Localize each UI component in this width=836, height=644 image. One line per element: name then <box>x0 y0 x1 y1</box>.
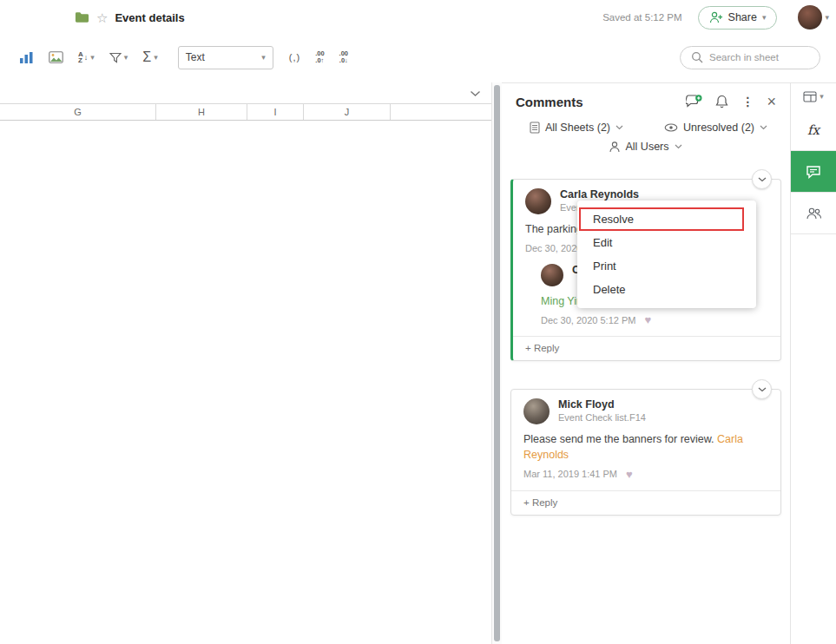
share-label: Share <box>728 11 757 23</box>
reply-button[interactable]: + Reply <box>513 336 780 360</box>
app-window: ☆ Event details Saved at 5:12 PM Share ▾… <box>0 0 836 644</box>
eye-icon <box>664 123 678 132</box>
comment-location: Event Check list.F14 <box>558 412 646 423</box>
collapse-formula-bar-button[interactable] <box>470 85 481 101</box>
avatar <box>541 264 563 286</box>
comment-author-row: Mick Floyd Event Check list.F14 <box>523 398 768 424</box>
comment-date-row: Dec 30, 2020 5:12 PM ♥ <box>541 314 768 325</box>
comments-filters-row2: All Users <box>502 134 790 153</box>
chevron-down-icon: ▾ <box>124 54 128 62</box>
user-avatar <box>798 5 822 30</box>
scrollbar-thumb[interactable] <box>494 85 500 641</box>
share-person-icon <box>709 11 723 23</box>
chevron-down-icon <box>615 125 623 130</box>
insert-chart-button[interactable] <box>16 44 37 70</box>
mention[interactable]: Ming Yin <box>541 295 583 307</box>
star-icon[interactable]: ☆ <box>96 11 108 24</box>
search-input[interactable] <box>709 52 805 62</box>
chart-icon <box>19 51 34 64</box>
comma-format-button[interactable]: (,) <box>286 44 304 70</box>
comments-icon <box>806 165 821 179</box>
format-select[interactable]: Text ▾ <box>178 46 273 69</box>
toolbar: AZ↓ ▾ ▾ Σ ▾ Text ▾ (,) .00.0↑ .00.0↓ <box>0 35 836 80</box>
user-avatar-button[interactable]: ▾ <box>798 5 829 30</box>
formula-panel-button[interactable]: fx <box>791 109 836 151</box>
chevron-down-icon: ▾ <box>261 54 266 62</box>
comments-panel-button[interactable] <box>791 151 836 193</box>
menu-item-label: Delete <box>593 283 626 296</box>
image-icon <box>49 51 63 63</box>
topbar-right: Saved at 5:12 PM Share ▾ ▾ <box>602 5 836 30</box>
topbar: ☆ Event details Saved at 5:12 PM Share ▾… <box>0 0 836 35</box>
view-options-button[interactable]: ▾ <box>791 83 836 109</box>
column-header[interactable] <box>391 104 491 120</box>
comments-panel-actions: ⋮ × <box>686 94 776 109</box>
sheet-search[interactable] <box>680 46 820 69</box>
menu-item-print[interactable]: Print <box>577 254 756 278</box>
people-icon <box>806 207 822 220</box>
sort-button[interactable]: AZ↓ ▾ <box>75 44 98 70</box>
menu-item-resolve[interactable]: Resolve <box>577 207 756 231</box>
chevron-down-icon: ▾ <box>820 93 824 101</box>
comment-text-main: Please send me the banners for review. <box>523 433 717 445</box>
column-header[interactable]: J <box>304 104 391 120</box>
menu-item-label: Print <box>593 260 616 273</box>
chevron-down-icon: ▾ <box>825 14 829 22</box>
column-header[interactable]: H <box>156 104 247 120</box>
column-header[interactable]: I <box>247 104 304 120</box>
collaborators-panel-button[interactable] <box>791 193 836 234</box>
comment-threads: Carla Reynolds Event Check list The park… <box>502 179 790 516</box>
share-button[interactable]: Share ▾ <box>698 6 778 30</box>
comment-thread[interactable]: Carla Reynolds Event Check list The park… <box>510 179 781 361</box>
collapse-thread-button[interactable] <box>752 169 772 189</box>
comment-date: Dec 30, 2020 <box>525 243 582 253</box>
folder-icon[interactable] <box>75 11 89 23</box>
decrease-decimal-button[interactable]: .00.0↓ <box>336 44 352 70</box>
filter-users[interactable]: All Users <box>609 141 681 153</box>
menu-item-delete[interactable]: Delete <box>577 278 756 301</box>
panel-menu-button[interactable]: ⋮ <box>741 95 754 108</box>
like-icon[interactable]: ♥ <box>626 469 633 480</box>
search-icon <box>691 51 703 63</box>
person-icon <box>609 141 620 153</box>
right-sidebar: ▾ fx <box>790 82 836 644</box>
new-comment-button[interactable] <box>686 95 702 108</box>
sigma-icon: Σ <box>142 50 151 64</box>
notifications-button[interactable] <box>715 95 728 108</box>
sheet-body[interactable] <box>0 121 502 607</box>
avatar <box>523 398 550 424</box>
column-header[interactable]: G <box>0 104 156 120</box>
author-name: Mick Floyd <box>558 398 646 411</box>
comment-text: Please send me the banners for review. C… <box>523 431 768 463</box>
chevron-down-icon: ▾ <box>90 54 95 62</box>
comma-format-icon: (,) <box>289 52 300 62</box>
comments-panel-header: Comments ⋮ × <box>502 83 790 113</box>
chevron-down-icon <box>675 144 682 149</box>
saved-status: Saved at 5:12 PM <box>602 12 681 23</box>
close-panel-button[interactable]: × <box>767 94 776 109</box>
filter-button[interactable]: ▾ <box>106 44 132 70</box>
insert-image-button[interactable] <box>45 44 67 70</box>
comments-panel: Comments ⋮ × All Sheets (2) <box>502 82 790 644</box>
increase-decimal-button[interactable]: .00.0↑ <box>312 44 327 70</box>
document-title: Event details <box>115 11 184 24</box>
menu-item-label: Resolve <box>593 213 634 226</box>
chevron-down-icon: ▾ <box>154 54 158 62</box>
filter-sheets[interactable]: All Sheets (2) <box>530 122 623 134</box>
spreadsheet-area: G H I J <box>0 82 502 644</box>
comment-thread[interactable]: Mick Floyd Event Check list.F14 Please s… <box>510 389 781 515</box>
filter-status[interactable]: Unresolved (2) <box>664 122 767 134</box>
layout-icon <box>803 91 817 102</box>
sum-button[interactable]: Σ ▾ <box>139 44 161 70</box>
like-icon[interactable]: ♥ <box>644 314 651 325</box>
reply-button[interactable]: + Reply <box>511 490 780 515</box>
chevron-down-icon: ▾ <box>762 14 767 22</box>
comment-date: Dec 30, 2020 5:12 PM <box>541 315 635 325</box>
filter-funnel-icon <box>109 52 122 63</box>
sheet-icon <box>530 122 540 134</box>
vertical-scrollbar[interactable] <box>491 82 502 644</box>
menu-item-edit[interactable]: Edit <box>577 231 756 254</box>
filter-sheets-label: All Sheets (2) <box>545 122 610 134</box>
filter-users-label: All Users <box>625 141 668 153</box>
filter-status-label: Unresolved (2) <box>683 122 754 134</box>
